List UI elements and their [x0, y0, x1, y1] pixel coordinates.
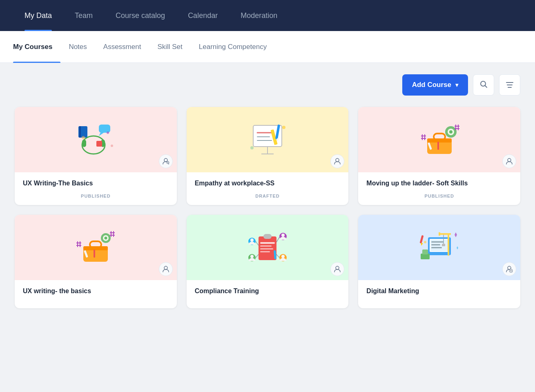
top-navigation: My Data Team Course catalog Calendar Mod…	[0, 0, 535, 31]
svg-marker-6	[99, 133, 104, 136]
svg-point-43	[508, 158, 511, 162]
search-button[interactable]	[473, 74, 494, 96]
card-image	[187, 215, 349, 280]
svg-rect-95	[422, 249, 428, 254]
svg-point-25	[250, 146, 254, 149]
svg-rect-84	[431, 241, 444, 243]
main-content: Add Course ▾	[0, 63, 535, 392]
svg-point-96	[424, 241, 426, 243]
svg-line-77	[276, 237, 279, 242]
card-owner-icon	[159, 154, 173, 168]
course-card-moving-up[interactable]: Moving up the ladder- Soft Skills PUBLIS…	[358, 107, 520, 205]
card-title: UX Writing-The Basics	[23, 179, 169, 188]
course-grid: UX Writing-The Basics PUBLISHED	[15, 107, 520, 308]
svg-rect-94	[421, 254, 430, 259]
card-owner-icon	[159, 262, 173, 276]
card-title: Digital Marketing	[366, 287, 512, 296]
toolbar: Add Course ▾	[15, 74, 520, 96]
nav-moderation[interactable]: Moderation	[229, 0, 289, 31]
svg-point-80	[336, 266, 339, 270]
course-card-ux-writing-basics[interactable]: UX Writing-The Basics PUBLISHED	[15, 107, 177, 205]
card-image	[358, 215, 520, 280]
svg-rect-65	[260, 248, 273, 249]
svg-rect-51	[94, 249, 95, 258]
search-icon	[479, 80, 488, 90]
svg-rect-92	[419, 235, 424, 244]
svg-rect-85	[431, 244, 440, 245]
svg-line-78	[256, 254, 259, 258]
card-image	[15, 215, 177, 280]
card-owner-icon	[330, 154, 344, 168]
svg-rect-8	[79, 126, 81, 138]
svg-rect-9	[96, 141, 102, 147]
svg-point-12	[111, 145, 113, 147]
card-owner-icon	[502, 262, 516, 276]
svg-rect-5	[99, 125, 110, 133]
add-course-label: Add Course	[412, 81, 451, 89]
course-card-digital-marketing[interactable]: Digital Marketing	[358, 215, 520, 308]
nav-my-data[interactable]: My Data	[13, 0, 63, 31]
svg-rect-89	[439, 232, 440, 236]
card-status	[358, 296, 520, 308]
card-status: PUBLISHED	[15, 188, 177, 205]
svg-point-72	[250, 255, 254, 258]
card-status	[15, 296, 177, 308]
svg-line-76	[256, 241, 259, 245]
card-image	[15, 107, 177, 172]
card-body: Empathy at workplace-SS	[187, 172, 349, 188]
card-body: UX writing- the basics	[15, 280, 177, 296]
svg-point-24	[282, 126, 285, 129]
nav-calendar[interactable]: Calendar	[176, 0, 229, 31]
svg-rect-66	[260, 251, 270, 252]
svg-rect-63	[260, 242, 275, 244]
card-body: Compliance Training	[187, 280, 349, 296]
nav-course-catalog[interactable]: Course catalog	[104, 0, 176, 31]
card-status	[187, 296, 349, 308]
chevron-down-icon: ▾	[455, 82, 458, 88]
svg-point-70	[281, 234, 285, 237]
svg-point-32	[449, 130, 453, 134]
course-card-ux-writing-2[interactable]: UX writing- the basics	[15, 215, 177, 308]
svg-point-60	[164, 266, 167, 270]
svg-point-11	[82, 136, 85, 139]
svg-rect-3	[82, 140, 86, 147]
filter-button[interactable]	[499, 74, 520, 96]
svg-line-79	[276, 254, 279, 258]
tab-notes[interactable]: Notes	[60, 31, 95, 63]
svg-point-49	[105, 237, 107, 240]
card-body: Moving up the ladder- Soft Skills	[358, 172, 520, 188]
sub-navigation: My Courses Notes Assessment Skill Set Le…	[0, 31, 535, 63]
card-title: UX writing- the basics	[23, 287, 169, 296]
tab-my-courses[interactable]: My Courses	[13, 31, 60, 63]
tab-assessment[interactable]: Assessment	[95, 31, 149, 63]
svg-point-13	[164, 158, 167, 162]
add-course-button[interactable]: Add Course ▾	[402, 74, 468, 96]
card-owner-icon	[502, 154, 516, 168]
tab-skill-set[interactable]: Skill Set	[149, 31, 190, 63]
course-card-empathy[interactable]: Empathy at workplace-SS DRAFTED	[187, 107, 349, 205]
card-title: Compliance Training	[195, 287, 341, 296]
svg-line-1	[485, 85, 487, 87]
svg-rect-87	[448, 233, 449, 256]
svg-point-68	[250, 238, 254, 242]
svg-point-74	[281, 255, 285, 258]
card-title: Moving up the ladder- Soft Skills	[366, 179, 512, 188]
svg-point-26	[336, 158, 339, 162]
svg-rect-91	[442, 244, 445, 246]
card-owner-icon	[330, 262, 344, 276]
card-status: DRAFTED	[187, 188, 349, 205]
filter-icon	[506, 82, 513, 88]
nav-team[interactable]: Team	[63, 0, 104, 31]
card-body: Digital Marketing	[358, 280, 520, 296]
card-status: PUBLISHED	[358, 188, 520, 205]
card-title: Empathy at workplace-SS	[195, 179, 341, 188]
tab-learning-competency[interactable]: Learning Competency	[191, 31, 275, 63]
svg-rect-88	[439, 233, 451, 235]
svg-rect-34	[437, 142, 439, 150]
course-card-compliance[interactable]: Compliance Training	[187, 215, 349, 308]
svg-rect-64	[260, 245, 272, 247]
card-image	[187, 107, 349, 172]
svg-rect-62	[263, 234, 272, 239]
card-image	[358, 107, 520, 172]
card-body: UX Writing-The Basics	[15, 172, 177, 188]
